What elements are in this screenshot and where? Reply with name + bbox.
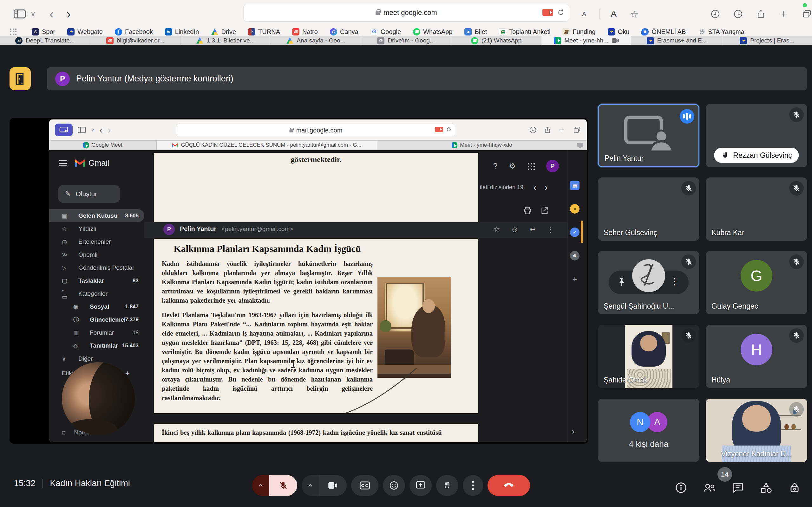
share-icon[interactable]	[756, 9, 766, 19]
tab-overview-icon[interactable]	[802, 9, 812, 19]
bookmark-onemli-ab[interactable]: ÖNEMLİ AB	[641, 28, 686, 36]
bookmark-drive[interactable]: Drive	[211, 28, 236, 36]
participant-tile-sahide-omak[interactable]: Şahide Omak	[598, 325, 699, 388]
tab-whatsapp[interactable]: (21) WhatsApp	[451, 36, 542, 45]
open-in-new-icon[interactable]	[541, 207, 549, 215]
history-icon[interactable]	[733, 9, 743, 19]
bookmark-oku[interactable]: Oku	[608, 28, 629, 36]
camera-active-icon[interactable]	[435, 127, 443, 132]
present-now-button[interactable]	[409, 475, 432, 496]
compose-button[interactable]: ✎ Oluştur	[58, 185, 120, 203]
calendar-icon[interactable]: ▦	[570, 181, 579, 190]
shared-address-bar[interactable]: mail.google.com	[176, 124, 455, 137]
sidebar-toggle-icon[interactable]	[78, 126, 86, 133]
tab-meet-active[interactable]: Meet - yme-hh...	[542, 36, 632, 45]
more-options-icon[interactable]: ⋮	[547, 225, 554, 234]
shared-tab-meet-room[interactable]: Meet - yme-hhqw-xdo	[377, 141, 587, 150]
share-icon[interactable]	[544, 126, 551, 134]
print-icon[interactable]	[523, 207, 531, 215]
bookmark-spor[interactable]: Spor	[32, 28, 55, 36]
reload-icon[interactable]	[446, 126, 452, 132]
bookmark-canva[interactable]: Canva	[330, 28, 358, 36]
add-addon-icon[interactable]: +	[570, 274, 579, 284]
back-icon[interactable]: ‹	[49, 8, 54, 20]
new-tab-icon[interactable]	[558, 126, 566, 134]
help-icon[interactable]: ?	[493, 162, 497, 170]
leave-call-button[interactable]	[488, 475, 530, 496]
collapse-panel-icon[interactable]: ›	[572, 427, 575, 436]
presenter-webcam-bubble[interactable]	[62, 362, 135, 435]
participant-tile-seher-gulsevinc[interactable]: Seher Gülsevinç	[598, 177, 699, 241]
tab-overview-icon[interactable]	[573, 126, 581, 134]
raise-hand-button[interactable]	[436, 475, 458, 496]
sidebar-item-inbox[interactable]: ▣Gelen Kutusu8.605	[49, 209, 144, 222]
shared-tab-gmail-active[interactable]: GÜÇLÜ KADIN GÜZEL GELECEK SUNUM - pelin.…	[157, 141, 377, 150]
tasks-icon[interactable]: ✓	[570, 228, 579, 237]
bookmark-webgate[interactable]: Webgate	[67, 28, 103, 36]
bookmark-star-icon[interactable]: ☆	[630, 9, 639, 20]
text-larger-button[interactable]: A	[600, 9, 617, 19]
bookmark-funding[interactable]: Funding	[562, 28, 595, 36]
participant-tile-vizyoner-kadinlar[interactable]: Vizyoner Kadınlar D...	[706, 399, 807, 462]
address-bar[interactable]: meet.google.com	[243, 4, 569, 21]
settings-gear-icon[interactable]: ⚙	[509, 162, 516, 170]
sidebar-item-important[interactable]: ≫Önemli	[49, 248, 144, 261]
downloads-icon[interactable]	[711, 9, 720, 19]
sidebar-item-sent[interactable]: ▷Gönderilmiş Postalar	[49, 261, 144, 274]
tab-erasmus[interactable]: Erasmus+ and E...	[632, 36, 722, 45]
text-smaller-button[interactable]: A	[582, 10, 586, 18]
pin-icon[interactable]	[617, 277, 626, 288]
microphone-muted-button[interactable]	[269, 475, 297, 496]
sidebar-item-categories[interactable]: ▭Kategoriler	[49, 287, 144, 300]
scrollbar-thumb[interactable]	[581, 221, 583, 243]
reactions-button[interactable]	[383, 475, 405, 496]
shared-tab-google-meet[interactable]: Google Meet	[49, 141, 157, 150]
more-participants-tile[interactable]: N A 4 kişi daha	[598, 399, 699, 462]
sidebar-item-forums[interactable]: ▥Forumlar18	[49, 326, 144, 339]
camera-active-icon[interactable]	[542, 9, 553, 16]
people-icon[interactable]	[703, 482, 716, 493]
emoji-reaction-icon[interactable]: ☺	[511, 225, 519, 234]
newer-icon[interactable]: ‹	[533, 182, 537, 193]
contacts-icon[interactable]: ☻	[570, 251, 579, 261]
bookmark-facebook[interactable]: Facebook	[115, 28, 153, 36]
participant-tile-sengul-sahinoglu[interactable]: ⋮ Şengül Şahinoğlu U...	[598, 251, 699, 314]
sidebar-item-drafts[interactable]: ▢Taslaklar83	[49, 274, 144, 287]
mic-options-chevron[interactable]	[252, 475, 269, 496]
captions-button[interactable]	[351, 475, 378, 496]
forward-icon[interactable]: ›	[66, 8, 70, 20]
tab-ana-sayfa[interactable]: Ana sayfa - Goo...	[271, 36, 361, 45]
downloads-icon[interactable]	[529, 126, 537, 134]
bookmark-whatsapp[interactable]: WhatsApp	[413, 28, 452, 36]
screen-sharing-indicator[interactable]	[55, 124, 72, 136]
activities-icon[interactable]	[760, 482, 773, 494]
meeting-details-icon[interactable]	[675, 482, 687, 494]
more-options-button[interactable]	[463, 475, 483, 496]
sidebar-item-updates[interactable]: ⓘGüncellemeler7.379	[49, 313, 144, 326]
reload-icon[interactable]	[557, 9, 565, 16]
bookmark-turna[interactable]: TURNA	[248, 28, 280, 36]
host-controls-lock-icon[interactable]	[789, 482, 801, 494]
sidebar-dropdown-icon[interactable]: ∨	[91, 127, 94, 132]
sidebar-item-starred[interactable]: ☆Yıldızlı	[49, 222, 144, 235]
star-icon[interactable]: ☆	[493, 225, 500, 234]
sidebar-item-snoozed[interactable]: ◷Ertelenenler	[49, 235, 144, 248]
tile-more-options-icon[interactable]: ⋮	[670, 276, 679, 287]
reply-icon[interactable]: ↩	[529, 225, 536, 234]
sidebar-item-promotions[interactable]: ◇Tanıtımlar15.403	[49, 339, 144, 352]
sidebar-dropdown-icon[interactable]: ∨	[31, 10, 36, 17]
keep-icon[interactable]: ●	[570, 204, 579, 214]
new-tab-icon[interactable]	[779, 9, 789, 19]
google-apps-grid-icon[interactable]	[527, 162, 535, 170]
hamburger-menu-icon[interactable]	[59, 160, 67, 161]
sidebar-toggle-icon[interactable]	[13, 9, 26, 19]
participant-tile-rezzan-gulsevinc[interactable]: Rezzan Gülsevinç	[706, 104, 807, 167]
chat-icon[interactable]	[732, 482, 744, 493]
camera-options-chevron[interactable]	[302, 475, 319, 496]
tab-projects[interactable]: Projects | Eras...	[722, 36, 812, 45]
participant-tile-hulya[interactable]: H Hülya	[706, 325, 807, 388]
gmail-account-avatar[interactable]: P	[546, 160, 559, 172]
participant-tile-kubra-kar[interactable]: Kübra Kar	[706, 177, 807, 241]
participant-tile-gulay-gengec[interactable]: G Gulay Gengec	[706, 251, 807, 314]
tab-vikader-mail[interactable]: bilgi@vikader.or...	[90, 36, 181, 45]
